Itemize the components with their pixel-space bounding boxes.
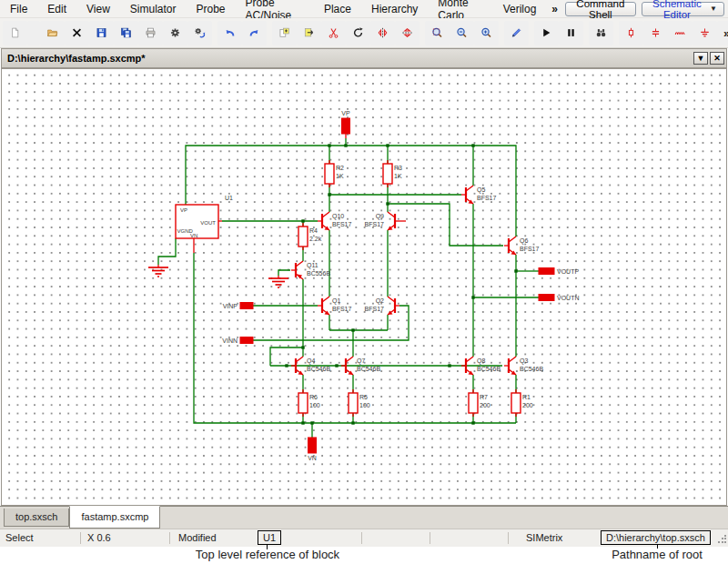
ground-symbol[interactable]	[268, 276, 288, 287]
terminal-VINN[interactable]: VINN	[222, 337, 253, 345]
zoom-in-icon[interactable]	[474, 21, 499, 45]
transistor-Q9[interactable]: Q9BFS17	[365, 212, 406, 230]
menu-verilog[interactable]: Verilog	[493, 1, 547, 17]
svg-text:BFS17: BFS17	[332, 306, 352, 312]
more-chevron-icon[interactable]: »	[717, 21, 728, 45]
save-icon[interactable]	[89, 21, 114, 45]
close-document-icon[interactable]	[65, 21, 89, 45]
collapse-window-button[interactable]: ▼	[693, 52, 708, 65]
resistor-R4[interactable]: R42.2k	[298, 223, 322, 250]
menu-edit[interactable]: Edit	[37, 1, 76, 17]
svg-text:R4: R4	[309, 227, 318, 234]
svg-text:Q5: Q5	[477, 186, 485, 194]
rotate-icon[interactable]	[346, 21, 370, 45]
svg-text:VN: VN	[190, 233, 197, 238]
menu-overflow-chevron-icon[interactable]: »	[546, 3, 563, 15]
new-dropdown-icon[interactable]	[27, 21, 40, 45]
flip-vertical-icon[interactable]	[395, 21, 420, 45]
flip-horizontal-icon[interactable]	[370, 21, 395, 45]
terminal-VOUTP[interactable]: VOUTP	[539, 268, 579, 276]
junction-dot	[301, 421, 304, 424]
junction-dot	[310, 421, 313, 424]
svg-text:Q10: Q10	[332, 213, 344, 220]
schematic-canvas[interactable]: R21KR31KR42.2kR6100R5100R7200R1200Q10BFS…	[1, 68, 727, 506]
redo-icon[interactable]	[242, 21, 267, 45]
svg-text:R3: R3	[394, 165, 402, 171]
resistor-R3[interactable]: R31K	[383, 160, 402, 187]
schematic-editor-select[interactable]: Schematic Editor▼	[642, 2, 724, 16]
terminal-VINP[interactable]: VINP	[223, 303, 253, 310]
hierarchy-block-U1[interactable]: VPVOUTVGNDVNU1	[176, 195, 233, 238]
open-folder-icon[interactable]	[40, 21, 65, 45]
svg-text:100: 100	[359, 402, 370, 408]
svg-text:R6: R6	[309, 394, 318, 400]
terminal-VP[interactable]: VP	[341, 110, 350, 134]
place-capacitor-icon[interactable]	[643, 21, 668, 45]
svg-text:BC546B: BC546B	[520, 366, 543, 372]
cut-icon[interactable]	[321, 21, 346, 45]
svg-text:1K: 1K	[336, 173, 344, 179]
menu-probe[interactable]: Probe	[187, 1, 236, 17]
schematic-drawing: R21KR31KR42.2kR6100R5100R7200R1200Q10BFS…	[1, 68, 728, 506]
pause-simulation-icon[interactable]	[559, 21, 583, 45]
transistor-Q5[interactable]: Q5BFS17	[461, 186, 497, 204]
transistor-Q3[interactable]: Q3BC546B	[504, 357, 543, 375]
wire[interactable]	[253, 306, 409, 340]
svg-text:VN: VN	[308, 455, 317, 461]
settings-gear-icon[interactable]	[163, 21, 187, 45]
transistor-Q10[interactable]: Q10BFS17	[318, 212, 352, 230]
place-resistor-icon[interactable]	[619, 21, 643, 45]
refresh-settings-icon[interactable]	[187, 21, 212, 45]
find-binoculars-icon[interactable]	[589, 21, 613, 45]
menu-simulator[interactable]: Simulator	[120, 1, 187, 17]
transistor-Q11[interactable]: Q11BC556B	[291, 261, 330, 279]
terminal-VN[interactable]: VN	[308, 438, 317, 461]
resize-grip[interactable]	[717, 535, 726, 544]
junction-dot	[301, 346, 304, 348]
copy-page-new-icon[interactable]	[272, 21, 297, 45]
transistor-Q2[interactable]: Q2BFS17	[365, 297, 399, 315]
sheet-tab-fastamp-sxcmp[interactable]: fastamp.sxcmp	[69, 506, 160, 529]
place-inductor-icon[interactable]	[668, 21, 693, 45]
undo-icon[interactable]	[217, 21, 242, 45]
resistor-R5[interactable]: R5100	[349, 389, 370, 417]
status-app-name: SIMetrix	[526, 532, 562, 543]
save-all-icon[interactable]	[114, 21, 138, 45]
run-simulation-icon[interactable]	[534, 21, 559, 45]
junction-dot	[335, 364, 338, 367]
ground-symbol[interactable]	[148, 265, 168, 277]
menu-view[interactable]: View	[76, 1, 120, 17]
resistor-R7[interactable]: R7200	[469, 389, 490, 417]
command-shell-button[interactable]: Command Shell	[565, 2, 636, 16]
wire[interactable]	[388, 204, 503, 246]
transistor-Q1[interactable]: Q1BFS17	[318, 297, 352, 315]
svg-text:Q6: Q6	[520, 237, 528, 245]
sheet-tab-top-sxsch[interactable]: top.sxsch	[4, 509, 69, 527]
junction-dot	[285, 364, 288, 367]
new-document-icon[interactable]	[3, 21, 27, 45]
terminal-VOUTN[interactable]: VOUTN	[539, 295, 580, 302]
zoom-area-icon[interactable]	[425, 21, 450, 45]
close-window-button[interactable]: ✕	[710, 52, 724, 65]
zoom-out-icon[interactable]	[450, 21, 474, 45]
svg-text:BFS17: BFS17	[365, 306, 385, 312]
paste-insert-icon[interactable]	[297, 21, 321, 45]
wire-pencil-icon[interactable]	[504, 21, 529, 45]
menu-place[interactable]: Place	[314, 1, 361, 17]
wire[interactable]	[278, 270, 290, 276]
svg-text:Q4: Q4	[307, 358, 315, 365]
resistor-R2[interactable]: R21K	[325, 160, 344, 187]
status-root-path: D:\hierarchy\top.sxsch	[601, 530, 711, 545]
print-icon[interactable]	[138, 21, 163, 45]
wire[interactable]	[270, 347, 303, 366]
transistor-Q6[interactable]: Q6BFS17	[504, 237, 540, 255]
wire[interactable]	[158, 238, 176, 265]
resistor-R6[interactable]: R6100	[298, 389, 320, 417]
junction-dot	[344, 144, 347, 146]
svg-text:Q2: Q2	[376, 297, 384, 305]
svg-text:BC556B: BC556B	[307, 270, 330, 277]
place-ground-icon[interactable]	[693, 21, 717, 45]
resistor-R1[interactable]: R1200	[511, 389, 533, 417]
menu-hierarchy[interactable]: Hierarchy	[361, 1, 428, 17]
menu-file[interactable]: File	[0, 1, 37, 17]
